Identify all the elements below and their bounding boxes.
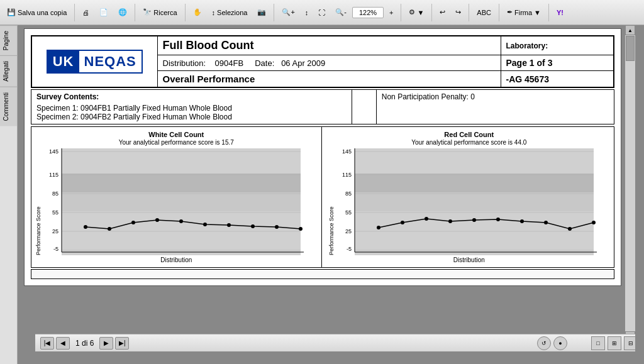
zoom-in-button[interactable]: 🔍+ <box>277 6 299 19</box>
separator7 <box>469 4 469 21</box>
separator2 <box>135 4 135 21</box>
tools-button[interactable]: ⚙▼ <box>404 6 428 19</box>
sidebar-tab-pagine[interactable]: Pagine <box>0 25 17 55</box>
redo-button[interactable]: ↪ <box>451 6 465 19</box>
print-button[interactable]: 🖨 <box>78 6 94 19</box>
white-cell-chart: White Cell Count Your analytical perform… <box>31 127 322 267</box>
wcc-ylabel: Performance Score <box>35 148 42 255</box>
svg-point-59 <box>496 218 500 221</box>
survey-table: Survey Contents: Specimen 1: 0904FB1 Par… <box>31 89 614 124</box>
last-page-button[interactable]: ▶| <box>115 337 129 350</box>
hand-button[interactable]: ✋ <box>189 6 206 19</box>
svg-text:55: 55 <box>345 209 351 216</box>
sign-button[interactable]: ✒ Firma ▼ <box>502 6 545 19</box>
page-number: 1 di 6 <box>72 339 97 348</box>
scroll-thumb[interactable] <box>626 36 635 61</box>
survey-contents: Survey Contents: Specimen 1: 0904FB1 Par… <box>31 90 352 124</box>
globe-button[interactable]: 🌐 <box>114 6 131 19</box>
rcc-svg: 145 115 85 55 25 -5 <box>336 148 600 255</box>
document-page: UK NEQAS Full Blood Count Laboratory: Di… <box>24 28 621 286</box>
logo-uk: UK <box>48 51 79 72</box>
svg-point-17 <box>84 225 87 229</box>
svg-text:25: 25 <box>345 228 351 234</box>
svg-text:55: 55 <box>52 209 58 216</box>
logo: UK NEQAS <box>47 50 143 74</box>
svg-point-25 <box>275 225 279 229</box>
spell-button[interactable]: ABC <box>472 6 496 19</box>
svg-point-20 <box>155 218 159 222</box>
pen-icon: ✒ <box>507 8 513 16</box>
distribution-value: 0904FB <box>215 58 244 68</box>
svg-text:145: 145 <box>341 148 351 155</box>
next-page-button[interactable]: ▶ <box>99 337 113 350</box>
undo-button[interactable]: ↩ <box>435 6 450 19</box>
svg-point-18 <box>108 227 111 231</box>
yn-icon: Y! <box>557 9 564 16</box>
wcc-svg: 145 115 85 55 25 -5 <box>43 148 307 255</box>
svg-text:85: 85 <box>345 190 351 197</box>
zoom-inc-button[interactable]: + <box>385 6 397 19</box>
search-button[interactable]: 🔭 Ricerca <box>138 6 181 19</box>
view2-button[interactable]: ⊞ <box>608 336 621 350</box>
separator6 <box>431 4 432 21</box>
separator9 <box>548 4 549 21</box>
scroll-up-button[interactable]: ▲ <box>625 25 635 35</box>
nav-controls: |◀ ◀ 1 di 6 ▶ ▶| <box>40 337 129 350</box>
separator8 <box>499 4 499 21</box>
camera-button[interactable]: 📷 <box>253 6 270 19</box>
svg-point-61 <box>544 221 548 224</box>
yn-button[interactable]: Y! <box>552 6 568 19</box>
svg-point-56 <box>425 217 428 221</box>
svg-point-21 <box>179 219 183 223</box>
svg-rect-2 <box>62 192 301 211</box>
zoom-expand-button[interactable]: ⛶ <box>314 6 330 19</box>
svg-text:115: 115 <box>49 172 58 178</box>
wcc-title: White Cell Count <box>35 131 318 138</box>
hand-icon: ✋ <box>193 8 202 16</box>
svg-text:145: 145 <box>49 148 58 155</box>
wcc-subtitle: Your analytical performance score is 15.… <box>35 139 318 146</box>
zoom-fit-button[interactable]: ↕ <box>301 6 313 19</box>
svg-point-19 <box>131 221 135 224</box>
save-button[interactable]: 💾 Salva una copia <box>3 6 71 19</box>
date-value: 06 Apr 2009 <box>281 58 325 68</box>
separator5 <box>401 4 401 21</box>
first-page-button[interactable]: |◀ <box>40 337 54 350</box>
separator <box>74 4 75 21</box>
specimen2: Specimen 2: 0904FB2 Partially Fixed Huma… <box>36 113 347 121</box>
separator3 <box>185 4 186 21</box>
toolbar: 💾 Salva una copia 🖨 📄 🌐 🔭 Ricerca ✋ ↕ Se… <box>0 0 644 25</box>
prev-page-button[interactable]: ◀ <box>56 337 70 350</box>
sidebar-tab-commenti[interactable]: Commenti <box>0 87 17 126</box>
svg-point-58 <box>472 218 476 222</box>
overall-performance: Overall Performance <box>157 71 501 88</box>
survey-title: Survey Contents: <box>36 92 347 101</box>
stop-button[interactable]: ● <box>553 336 567 350</box>
tools-icon: ⚙ <box>409 8 415 16</box>
view1-button[interactable]: □ <box>591 336 605 350</box>
file-button[interactable]: 📄 <box>95 6 113 19</box>
svg-point-63 <box>592 221 596 224</box>
zoom-out-button[interactable]: 🔍- <box>331 6 351 19</box>
bottom-bar: |◀ ◀ 1 di 6 ▶ ▶| ↺ ● □ ⊞ ⊟ <box>35 334 635 351</box>
rcc-xlabel: Distribution <box>328 256 611 263</box>
rcc-title: Red Cell Count <box>328 131 611 138</box>
scrollbar[interactable]: ▲ ▼ <box>625 25 635 351</box>
svg-point-62 <box>568 227 572 231</box>
refresh-button[interactable]: ↺ <box>537 336 551 350</box>
svg-text:25: 25 <box>52 228 58 234</box>
sidebar-tab-allegati[interactable]: Allegati <box>0 55 17 87</box>
svg-text:-5: -5 <box>346 246 351 252</box>
date-label: Date: <box>255 58 274 68</box>
main-content: ▲ ▼ UK NEQAS Full Blood Count Laboratory… <box>18 25 635 351</box>
specimen1: Specimen 1: 0904FB1 Partially Fixed Huma… <box>36 104 347 113</box>
binoculars-icon: 🔭 <box>143 8 152 16</box>
svg-point-55 <box>401 221 404 224</box>
more-content <box>31 269 614 279</box>
view3-button[interactable]: ⊟ <box>624 336 635 350</box>
svg-point-23 <box>227 223 231 227</box>
zoom-input[interactable] <box>352 7 384 18</box>
select-button[interactable]: ↕ Seleziona <box>208 6 252 19</box>
camera-icon: 📷 <box>257 8 266 16</box>
separator4 <box>274 4 274 21</box>
